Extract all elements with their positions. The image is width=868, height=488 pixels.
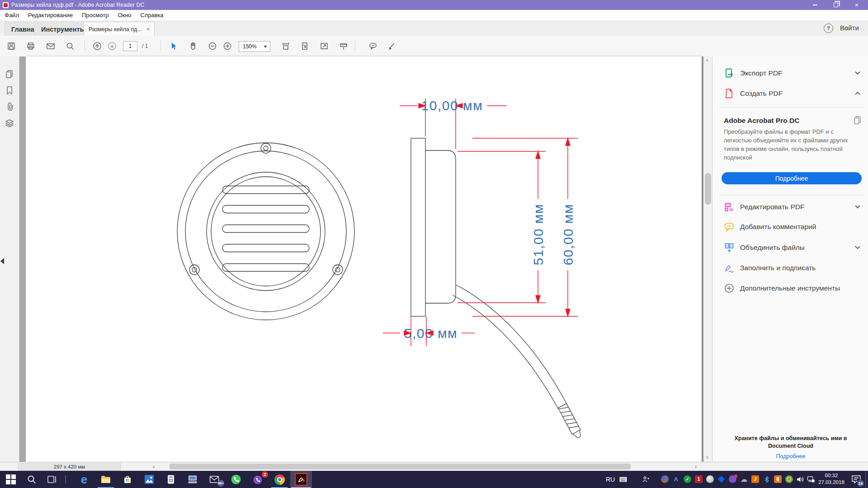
save-icon[interactable] [7,42,16,51]
fullscreen-icon[interactable] [320,42,329,51]
combine-files-icon [724,242,735,253]
scroll-up-icon[interactable]: ˄ [706,58,710,62]
pen-tool-icon[interactable] [387,42,396,51]
taskbar-store-icon[interactable] [117,471,138,488]
taskbar-clock[interactable]: 00:32 27.03.2018 [814,472,849,486]
taskbar-search-icon[interactable] [21,471,42,488]
vertical-scrollbar-thumb[interactable] [705,173,711,205]
comment-tool-icon[interactable] [368,42,377,51]
start-button[interactable] [0,471,22,488]
vertical-scrollbar[interactable]: ˄ ˅ [703,56,712,462]
print-icon[interactable] [26,42,35,51]
taskbar-remote-desktop-icon[interactable] [182,471,203,488]
email-icon[interactable] [46,42,55,51]
panel-item-add-comment[interactable]: Добавить комментарий [724,221,862,233]
minimize-button[interactable] [807,0,823,10]
task-view-icon[interactable] [41,471,62,488]
dimension-label-60: 60,00 мм [561,204,576,266]
tab-document[interactable]: Размеры хейла пд... × [84,22,155,36]
people-icon[interactable] [642,475,650,483]
taskbar-explorer-icon[interactable] [95,471,117,488]
volume-icon[interactable] [797,475,804,483]
taskbar-whatsapp-icon[interactable] [225,471,247,488]
menu-edit[interactable]: Редактирование [24,12,77,19]
help-icon[interactable]: ? [824,23,833,33]
attachments-icon[interactable] [5,102,14,112]
taskbar-calculator-icon[interactable] [160,471,182,488]
page-number-input[interactable]: 1 [123,41,137,51]
panel-divider [719,195,864,195]
promo-more-button[interactable]: Подробнее [722,172,862,184]
scroll-left-icon[interactable]: ‹ [153,464,155,470]
tray-spiral-icon[interactable] [785,475,793,483]
keyboard-icon[interactable] [619,475,627,483]
panel-item-fill-sign[interactable]: Заполнить и подписать [724,262,862,274]
menu-file[interactable]: Файл [0,12,24,19]
more-tools-icon [724,283,735,294]
tray-1c-icon[interactable]: 1 [695,475,703,483]
signin-button[interactable]: Войти [840,24,859,32]
restore-button[interactable] [828,0,844,10]
tray-viber-icon[interactable] [729,475,736,483]
footer-text-line1: Храните файлы и обменивайтесь ими в [721,435,861,441]
tray-app-icon[interactable] [661,475,669,483]
taskbar-chrome-icon[interactable] [269,471,290,488]
scroll-right-icon[interactable]: › [695,464,697,470]
taskbar-acrobat-icon[interactable] [290,471,312,488]
menu-help[interactable]: Справка [136,12,168,19]
taskbar-divider [65,475,66,483]
search-icon[interactable] [66,42,75,51]
status-bar: 297 x 420 мм ‹ › [0,462,868,471]
previous-page-icon[interactable] [93,42,102,51]
tray-orb-icon[interactable] [706,475,714,483]
page-thumbnails-icon[interactable] [5,69,14,79]
tray-dropbox-icon[interactable] [717,475,725,483]
taskbar: e 99+ 2 RU A ✓ 1 ☁ J 00:32 27.03.201 [0,471,868,488]
page-total-label: / 1 [142,43,148,49]
fill-sign-icon [724,263,735,273]
panel-item-more-tools[interactable]: Дополнительные инструменты [724,282,862,295]
collapse-left-panel-handle[interactable] [0,258,4,264]
taskbar-mail-icon[interactable]: 99+ [203,471,225,488]
scroll-down-icon[interactable]: ˅ [706,455,710,460]
hand-tool-icon[interactable] [189,42,198,51]
page-size-label: 297 x 420 мм [18,463,121,471]
menu-window[interactable]: Окно [113,12,136,19]
zoom-level-dropdown[interactable]: 150% [239,41,270,52]
clock-date: 27.03.2018 [814,479,849,486]
bookmarks-icon[interactable] [5,85,14,95]
close-button[interactable]: × [849,0,864,10]
tab-close-icon[interactable]: × [146,26,150,33]
pdf-page[interactable]: 10,00 мм 5,00 мм 51,00 мм 60,00 мм [26,56,702,462]
export-pdf-icon [724,68,735,79]
layers-icon[interactable] [5,118,14,128]
taskbar-edge-icon[interactable]: e [73,471,95,488]
taskbar-photos-icon[interactable] [138,471,160,488]
tray-bluetooth-icon[interactable] [763,475,770,483]
language-indicator[interactable]: RU [606,476,615,483]
tray-realtek-icon[interactable] [774,475,782,483]
fit-width-icon[interactable] [281,42,290,51]
measure-tool-icon[interactable] [339,42,348,51]
zoom-level-value: 150% [243,43,257,50]
panel-item-export-pdf[interactable]: Экспорт PDF [724,67,862,80]
zoom-in-icon[interactable] [223,42,232,51]
tray-autodesk-icon[interactable]: A [672,475,680,483]
fit-page-icon[interactable] [300,42,309,51]
tray-antivirus-icon[interactable]: ✓ [684,475,691,483]
show-desktop-button[interactable] [865,471,866,488]
tray-java-icon[interactable]: J [751,475,759,483]
action-center-icon[interactable]: 24 [848,471,864,488]
panel-item-edit-pdf[interactable]: Редактировать PDF [724,201,862,213]
horizontal-scrollbar-thumb[interactable] [170,464,631,469]
zoom-out-icon[interactable] [208,42,217,51]
panel-item-combine-files[interactable]: Объединить файлы [724,241,862,254]
select-tool-icon[interactable] [169,42,178,51]
taskbar-viber-icon[interactable]: 2 [247,471,269,488]
next-page-icon[interactable] [108,42,117,51]
footer-more-link[interactable]: Подробнее [721,453,861,460]
tray-onedrive-icon[interactable]: ☁ [740,475,748,483]
panel-item-create-pdf[interactable]: Создать PDF [724,87,862,100]
menu-view[interactable]: Просмотр [77,12,113,19]
chevron-down-icon [264,46,267,48]
